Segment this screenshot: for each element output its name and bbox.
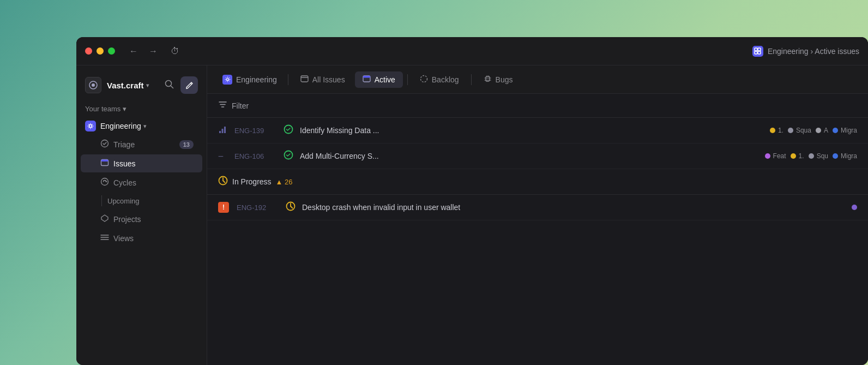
sidebar-item-triage[interactable]: Triage 13 — [81, 135, 202, 153]
tag-item: A — [816, 127, 828, 134]
content-area: Vast.craft ▾ — [76, 65, 868, 365]
projects-icon — [100, 214, 109, 224]
svg-rect-3 — [758, 51, 761, 54]
svg-marker-13 — [101, 215, 108, 222]
svg-rect-15 — [301, 76, 308, 82]
tab-all-issues[interactable]: All Issues — [293, 71, 353, 88]
cycles-icon — [100, 177, 109, 188]
priority-icon — [218, 125, 227, 136]
issue-title: Desktop crash when invalid input in user… — [302, 203, 852, 212]
sidebar-item-cycles[interactable]: Cycles — [81, 173, 202, 192]
status-icon — [286, 201, 296, 213]
issue-id: ENG-192 — [237, 204, 280, 212]
tab-separator-2 — [407, 74, 408, 85]
group-warning: ▲ 26 — [276, 178, 293, 186]
tab-bugs[interactable]: Bugs — [476, 71, 521, 88]
svg-rect-17 — [363, 76, 370, 78]
issue-id: ENG-106 — [234, 152, 278, 160]
filter-icon — [218, 100, 227, 111]
svg-rect-11 — [101, 160, 108, 162]
svg-rect-1 — [758, 48, 761, 51]
minimize-button[interactable] — [97, 47, 104, 55]
tag-dot — [809, 153, 814, 159]
issue-row[interactable]: --- ENG-106 Add Multi-Currency S... Feat — [207, 143, 868, 169]
breadcrumb: Engineering › Active issues — [752, 46, 859, 57]
sidebar-item-issues[interactable]: Issues — [81, 154, 202, 172]
your-teams-label[interactable]: Your teams ▾ — [76, 103, 207, 117]
tag-label: 1. — [778, 127, 783, 134]
tag-label: A — [824, 127, 828, 134]
group-header-in-progress: In Progress ▲ 26 — [207, 169, 868, 195]
in-progress-icon — [218, 176, 228, 188]
maximize-button[interactable] — [108, 47, 115, 55]
tag-item: Migra — [833, 127, 857, 134]
sidebar-item-views[interactable]: Views — [81, 229, 202, 247]
svg-rect-21 — [222, 129, 224, 133]
tag-dot — [788, 128, 793, 133]
tag-dot — [816, 128, 821, 133]
svg-point-18 — [420, 75, 427, 82]
filter-bar: Filter — [207, 94, 868, 118]
sidebar-actions — [162, 76, 198, 94]
engineering-chevron: ▾ — [143, 123, 147, 130]
cycles-label: Cycles — [113, 178, 136, 187]
issue-tags: 1. Squa A Migra — [770, 127, 857, 134]
tab-separator-3 — [471, 74, 472, 85]
workspace-info[interactable]: Vast.craft ▾ — [85, 77, 149, 93]
engineering-section[interactable]: Engineering ▾ — [76, 117, 207, 135]
engineering-icon — [85, 121, 96, 131]
forward-button[interactable]: → — [146, 44, 161, 58]
tag-item: 1. — [770, 127, 783, 134]
views-icon — [100, 233, 109, 243]
search-button[interactable] — [162, 76, 176, 94]
filter-label: Filter — [232, 101, 249, 110]
issue-title: Identify Missing Data ... — [300, 126, 770, 135]
tag-label: Migra — [841, 152, 857, 160]
sidebar-item-projects[interactable]: Projects — [81, 210, 202, 228]
svg-rect-22 — [224, 127, 226, 133]
triage-label: Triage — [113, 140, 135, 149]
sub-item-line — [101, 195, 102, 206]
titlebar: ← → ⏱ Engineering › Active issues — [76, 37, 868, 65]
issue-row[interactable]: ! ENG-192 Desktop crash when invalid inp… — [207, 195, 868, 220]
status-icon — [284, 124, 293, 136]
sidebar-item-upcoming[interactable]: Upcoming — [76, 192, 207, 210]
workspace-header: Vast.craft ▾ — [76, 72, 207, 98]
priority-icon: --- — [218, 152, 227, 160]
tag-label: Squ — [817, 152, 828, 160]
tag-dot — [833, 153, 838, 159]
main-panel: Engineering All Issues — [207, 65, 868, 365]
urgent-priority-icon: ! — [218, 202, 229, 213]
compose-button[interactable] — [180, 76, 198, 94]
status-icon — [284, 150, 293, 162]
filter-button[interactable]: Filter — [218, 100, 249, 111]
issues-icon — [100, 158, 109, 169]
traffic-lights — [85, 47, 115, 55]
triage-icon — [100, 139, 109, 149]
tag-label: Feat — [773, 152, 786, 160]
tab-backlog[interactable]: Backlog — [412, 71, 467, 88]
issue-tags — [852, 205, 857, 210]
history-button[interactable]: ⏱ — [167, 44, 183, 58]
all-issues-icon — [300, 75, 309, 85]
issue-id: ENG-139 — [234, 127, 278, 135]
workspace-chevron: ▾ — [146, 82, 149, 88]
issue-row[interactable]: ENG-139 Identify Missing Data ... 1. — [207, 118, 868, 143]
issue-tags: Feat 1. Squ Migra — [765, 152, 857, 160]
svg-line-7 — [171, 86, 173, 88]
tab-engineering[interactable]: Engineering — [216, 71, 284, 88]
svg-point-14 — [226, 79, 228, 81]
tab-all-issues-label: All Issues — [312, 75, 345, 84]
close-button[interactable] — [85, 47, 92, 55]
projects-label: Projects — [113, 215, 141, 224]
tab-active[interactable]: Active — [355, 71, 403, 88]
tag-dot — [833, 128, 838, 133]
tab-engineering-label: Engineering — [236, 75, 277, 84]
tab-active-label: Active — [375, 75, 395, 84]
main-window: ← → ⏱ Engineering › Active issues — [76, 37, 868, 365]
svg-point-5 — [92, 83, 95, 87]
svg-point-8 — [89, 125, 92, 128]
breadcrumb-text: Engineering › Active issues — [768, 47, 859, 56]
back-button[interactable]: ← — [126, 44, 141, 58]
tab-separator-1 — [288, 74, 288, 85]
